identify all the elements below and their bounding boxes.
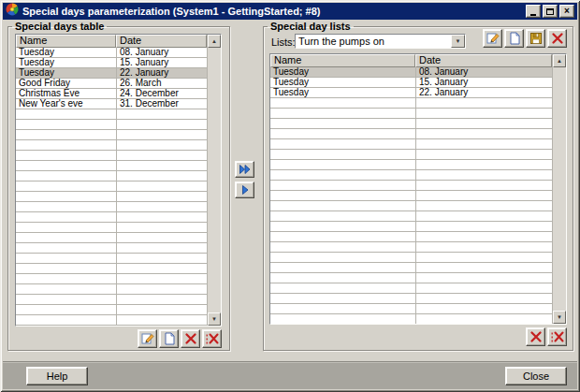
table-row[interactable]: Christmas Eve24. December [16,89,207,99]
name-cell [270,242,415,252]
new-button[interactable] [159,329,179,348]
table-row-empty[interactable] [270,314,552,324]
table-row-empty[interactable] [16,264,207,274]
name-cell: Good Friday [16,79,116,88]
table-row-empty[interactable] [16,295,207,305]
table-row-empty[interactable] [16,233,207,243]
new-icon [508,32,521,45]
table-row-empty[interactable] [16,120,207,130]
table-row-empty[interactable] [16,274,207,284]
table-row[interactable]: Tuesday08. January [270,67,552,78]
table-row-empty[interactable] [16,315,207,326]
right-table-scrollbar[interactable]: ▲ ▼ [552,54,566,324]
table-row-empty[interactable] [16,161,207,171]
table-row-empty[interactable] [270,109,552,119]
delete-button[interactable] [526,327,545,346]
table-row-empty[interactable] [270,129,552,139]
date-cell [116,181,207,191]
table-row-empty[interactable] [270,139,552,150]
table-row-empty[interactable] [270,232,552,242]
close-window-button[interactable]: × [559,5,574,18]
left-table-scrollbar[interactable]: ▲ ▼ [207,35,221,326]
edit-button[interactable] [483,29,502,48]
delete-icon [184,332,197,345]
close-button[interactable]: Close [505,367,567,385]
table-row-empty[interactable] [270,253,552,263]
table-row-empty[interactable] [16,130,207,140]
name-cell [270,222,415,231]
table-row-empty[interactable] [270,191,552,201]
minimize-button[interactable] [526,5,541,18]
table-row-empty[interactable] [270,181,552,191]
table-row-empty[interactable] [16,202,207,212]
scroll-down-icon[interactable]: ▼ [208,312,221,326]
table-row-empty[interactable] [270,222,552,232]
table-row-empty[interactable] [270,201,552,211]
table-row-empty[interactable] [16,171,207,181]
new-button[interactable] [504,29,524,48]
dropdown-arrow-icon[interactable]: ▼ [451,35,465,48]
delete-all-button[interactable] [547,327,567,346]
column-header-date[interactable]: Date [415,54,552,67]
edit-button[interactable] [138,329,157,348]
edit-icon [141,332,154,345]
table-row-empty[interactable] [270,273,552,283]
date-cell: 26. March [116,79,207,88]
name-cell [270,150,415,159]
table-row-empty[interactable] [270,150,552,160]
table-row[interactable]: New Year's eve31. December [16,99,207,109]
column-header-name[interactable]: Name [16,35,116,48]
table-row-empty[interactable] [270,119,552,129]
table-row[interactable]: Tuesday15. January [16,58,207,68]
date-cell: 24. December [116,89,207,98]
table-row-empty[interactable] [16,305,207,315]
name-cell [16,151,116,160]
move-all-right-button[interactable] [235,161,254,178]
table-row-empty[interactable] [270,283,552,294]
table-row-empty[interactable] [270,263,552,273]
table-row-empty[interactable] [16,223,207,233]
table-row-empty[interactable] [16,243,207,254]
date-cell [415,201,552,211]
table-row-empty[interactable] [16,140,207,151]
table-row-empty[interactable] [270,294,552,304]
name-cell: Tuesday [16,48,116,57]
scroll-up-icon[interactable]: ▲ [553,54,566,67]
name-cell: New Year's eve [16,99,116,109]
column-header-name[interactable]: Name [270,54,415,67]
maximize-button[interactable] [543,5,558,18]
lists-combobox[interactable]: Turn the pumps on ▼ [295,34,466,49]
table-row[interactable]: Tuesday22. January [270,88,552,98]
table-row-empty[interactable] [16,284,207,295]
save-button[interactable] [526,29,545,48]
delete-all-button[interactable] [202,329,222,348]
table-row-empty[interactable] [16,212,207,223]
table-row[interactable]: Tuesday15. January [270,78,552,88]
table-row[interactable]: Good Friday26. March [16,79,207,89]
table-row-empty[interactable] [16,254,207,264]
column-header-date[interactable]: Date [116,35,207,48]
table-row-empty[interactable] [16,181,207,192]
delete-button[interactable] [181,329,200,348]
table-row-empty[interactable] [270,170,552,181]
table-row[interactable]: Tuesday22. January [16,68,207,79]
table-row-empty[interactable] [16,109,207,120]
scroll-down-icon[interactable]: ▼ [553,311,566,324]
move-right-button[interactable] [235,181,254,198]
scroll-up-icon[interactable]: ▲ [208,35,221,48]
date-cell: 22. January [415,88,552,97]
table-row-empty[interactable] [270,160,552,170]
table-row-empty[interactable] [16,151,207,161]
table-row-empty[interactable] [16,192,207,202]
table-row-empty[interactable] [270,242,552,253]
table-row[interactable]: Tuesday08. January [16,48,207,58]
table-row-empty[interactable] [270,211,552,222]
table-row-empty[interactable] [270,98,552,109]
delete-button[interactable] [547,29,567,48]
list-table-toolbar [526,327,567,346]
name-cell [16,202,116,211]
help-button[interactable]: Help [26,367,88,385]
table-row-empty[interactable] [270,304,552,314]
name-cell [16,140,116,150]
lists-label: Lists: [271,36,296,48]
